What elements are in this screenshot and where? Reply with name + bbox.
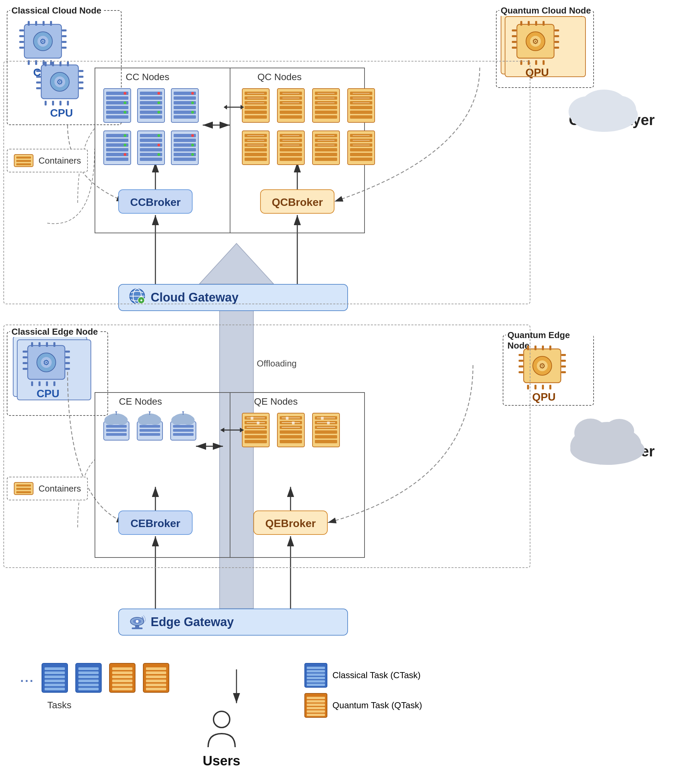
svg-rect-343 <box>321 417 324 420</box>
svg-rect-132 <box>174 138 196 142</box>
svg-rect-185 <box>245 153 267 156</box>
svg-rect-56 <box>45 101 47 106</box>
svg-rect-331 <box>286 417 289 420</box>
svg-rect-390 <box>307 667 325 669</box>
svg-rect-156 <box>280 115 302 119</box>
svg-rect-394 <box>307 680 325 683</box>
svg-rect-400 <box>307 707 325 709</box>
svg-rect-383 <box>146 667 166 670</box>
cpu-label-2: CPU <box>34 107 88 119</box>
cc-qc-arrow <box>223 102 244 112</box>
svg-point-89 <box>124 111 126 114</box>
svg-rect-391 <box>307 670 325 672</box>
qe-broker-box: QEBroker <box>253 510 328 535</box>
edge-gateway-box: Edge Gateway <box>118 608 348 636</box>
svg-rect-74 <box>535 21 537 26</box>
svg-rect-48 <box>79 70 84 72</box>
legend-quantum: Quantum Task (QTask) <box>304 693 422 718</box>
svg-rect-372 <box>78 680 99 682</box>
svg-rect-96 <box>140 115 162 119</box>
tasks-row: ... <box>20 663 169 693</box>
svg-rect-402 <box>307 714 325 716</box>
svg-point-241 <box>604 419 634 443</box>
svg-rect-281 <box>549 385 551 389</box>
svg-rect-304 <box>173 425 194 428</box>
containers-label-cloud: Containers <box>39 156 81 166</box>
tasks-dots: ... <box>20 671 34 685</box>
svg-rect-271 <box>561 360 566 362</box>
svg-point-99 <box>157 111 160 114</box>
svg-point-128 <box>157 144 160 146</box>
qe-nodes-label: QE Nodes <box>254 396 298 407</box>
svg-rect-362 <box>45 667 65 670</box>
svg-rect-206 <box>315 157 337 161</box>
svg-rect-154 <box>280 106 302 109</box>
svg-text:⚙: ⚙ <box>532 37 539 46</box>
svg-rect-26 <box>19 41 24 43</box>
svg-rect-259 <box>39 381 40 386</box>
svg-rect-274 <box>527 345 529 350</box>
svg-rect-94 <box>140 106 162 109</box>
svg-rect-327 <box>280 440 302 443</box>
svg-rect-235 <box>16 163 31 165</box>
svg-point-284 <box>104 415 116 425</box>
svg-rect-72 <box>520 21 522 26</box>
diagram: Cloud Layer Classical Cloud Node ⚙ <box>0 0 675 784</box>
qpu-label-cloud: QPU <box>510 66 564 79</box>
svg-point-299 <box>149 411 151 412</box>
legend-classical-label: Classical Task (CTask) <box>332 670 421 681</box>
svg-rect-73 <box>528 21 530 26</box>
svg-rect-378 <box>112 675 132 678</box>
svg-rect-124 <box>140 148 162 151</box>
svg-rect-45 <box>36 76 41 78</box>
qc-broker-box: QCBroker <box>260 189 334 214</box>
svg-rect-272 <box>561 366 566 367</box>
svg-rect-68 <box>554 30 559 31</box>
svg-rect-78 <box>535 60 537 65</box>
offloading-label: Offloading <box>257 358 296 369</box>
svg-rect-70 <box>554 41 559 43</box>
svg-rect-24 <box>19 30 24 31</box>
cloud-shape-decoration <box>567 84 641 133</box>
svg-rect-258 <box>31 381 33 386</box>
svg-rect-27 <box>19 47 24 49</box>
svg-rect-360 <box>16 491 31 493</box>
svg-rect-195 <box>280 153 302 156</box>
svg-rect-79 <box>543 60 545 65</box>
svg-rect-374 <box>78 688 99 691</box>
legend: Classical Task (CTask) Quantum Task (QTa… <box>304 663 422 723</box>
svg-marker-347 <box>240 428 244 432</box>
svg-point-108 <box>191 101 194 104</box>
svg-rect-267 <box>518 360 523 362</box>
svg-marker-222 <box>241 105 244 109</box>
svg-rect-288 <box>106 433 127 436</box>
svg-rect-387 <box>146 684 166 686</box>
svg-rect-44 <box>36 70 41 72</box>
svg-rect-53 <box>52 62 54 66</box>
svg-rect-102 <box>174 96 196 100</box>
svg-rect-116 <box>106 157 128 161</box>
svg-rect-370 <box>78 671 99 674</box>
svg-point-303 <box>182 415 195 425</box>
qc-server-racks-row2 <box>241 129 376 166</box>
svg-rect-373 <box>78 684 99 686</box>
svg-rect-254 <box>31 342 33 347</box>
svg-rect-268 <box>518 366 523 367</box>
svg-rect-249 <box>23 368 27 370</box>
svg-point-19 <box>580 90 628 123</box>
cc-nodes-label: CC Nodes <box>126 72 169 82</box>
svg-rect-260 <box>46 381 48 386</box>
cloud-gateway-box: ✦ Cloud Gateway <box>118 284 348 311</box>
svg-rect-67 <box>512 47 517 49</box>
svg-rect-54 <box>59 62 62 66</box>
svg-rect-319 <box>251 417 253 420</box>
svg-rect-320 <box>257 422 259 424</box>
svg-rect-358 <box>16 484 31 487</box>
svg-rect-261 <box>53 381 56 386</box>
cpu-chip-2: ⚙ CPU <box>34 62 88 119</box>
svg-rect-126 <box>140 157 162 161</box>
svg-rect-69 <box>554 35 559 37</box>
svg-rect-31 <box>62 47 67 49</box>
svg-point-308 <box>182 411 184 412</box>
svg-rect-399 <box>307 703 325 706</box>
